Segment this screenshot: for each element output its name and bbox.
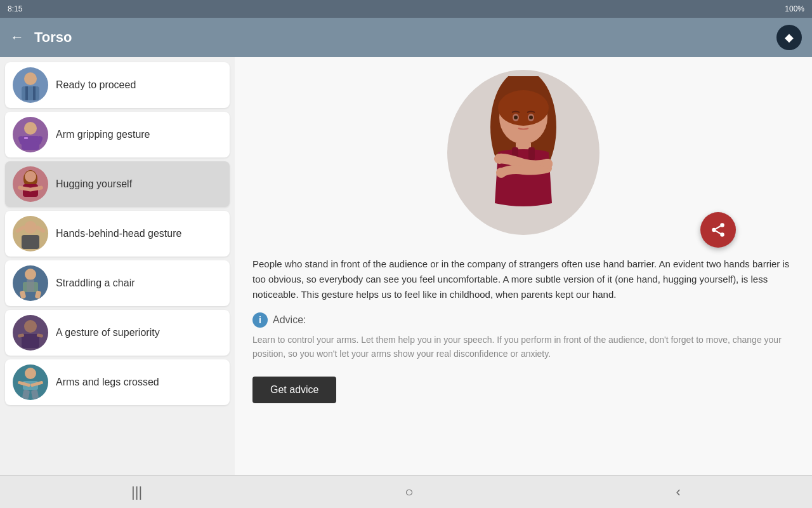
share-button[interactable] [700,212,736,248]
gem-button[interactable]: ◆ [776,25,802,50]
svg-rect-8 [24,137,28,139]
home-button[interactable]: ○ [384,479,433,505]
svg-rect-32 [22,389,30,399]
avatar [13,216,48,251]
svg-rect-33 [31,389,39,399]
svg-point-11 [25,171,36,182]
svg-point-0 [24,72,37,85]
status-time: 8:15 [8,4,22,13]
svg-point-45 [496,168,506,178]
sidebar-item-label: Arm gripping gesture [56,128,150,142]
svg-point-36 [498,90,549,126]
sidebar-item-label: Hands-behind-head gesture [56,227,181,241]
svg-rect-1 [22,86,39,100]
advice-icon: i [252,312,268,328]
sidebar-item-ready-to-proceed[interactable]: Ready to proceed [5,62,230,108]
advice-header: i Advice: [252,312,794,328]
sidebar-item-hugging-yourself[interactable]: Hugging yourself [5,161,230,207]
svg-rect-16 [22,235,39,249]
advice-section: i Advice: Learn to control your arms. Le… [235,312,812,371]
status-battery: 100% [785,4,804,13]
svg-line-50 [716,226,720,229]
figure-container [235,57,812,241]
svg-point-47 [712,228,716,232]
svg-point-46 [720,223,724,227]
sidebar-item-superiority[interactable]: A gesture of superiority [5,310,230,356]
avatar [13,67,48,103]
svg-point-48 [720,232,724,237]
character-svg [460,76,587,229]
svg-rect-2 [25,86,28,100]
svg-point-40 [529,116,533,119]
get-advice-button[interactable]: Get advice [252,377,336,403]
avatar [13,166,48,202]
svg-rect-21 [27,279,34,292]
svg-point-19 [25,269,36,280]
avatar [13,265,48,301]
avatar [13,315,48,351]
page-title: Torso [34,29,776,46]
sidebar: Ready to proceed Arm gripping gesture [0,57,235,475]
back-nav-button[interactable]: ‹ [656,479,701,505]
bottom-nav: ||| ○ ‹ [0,475,812,508]
sidebar-item-straddling-chair[interactable]: Straddling a chair [5,260,230,306]
svg-rect-43 [528,147,535,160]
figure-illustration [447,70,599,235]
avatar [13,364,48,400]
svg-point-44 [542,159,553,169]
svg-point-28 [25,368,36,379]
svg-rect-17 [15,225,26,233]
description-text: People who stand in front of the audienc… [235,241,812,312]
svg-point-15 [24,221,37,234]
sidebar-item-label: Hugging yourself [56,178,132,191]
sidebar-item-hands-behind-head[interactable]: Hands-behind-head gesture [5,211,230,257]
advice-text: Learn to control your arms. Let them hel… [252,333,794,361]
svg-rect-18 [36,225,46,233]
svg-point-24 [24,320,37,333]
svg-rect-25 [22,334,39,348]
avatar [13,117,48,152]
main-content: Ready to proceed Arm gripping gesture [0,57,812,475]
svg-point-4 [24,122,37,135]
status-bar: 8:15 100% [0,0,812,18]
sidebar-item-arm-gripping[interactable]: Arm gripping gesture [5,112,230,157]
advice-label: Advice: [273,314,306,326]
sidebar-item-label: A gesture of superiority [56,326,160,340]
sidebar-item-label: Arms and legs crossed [56,376,159,389]
menu-button[interactable]: ||| [111,479,162,505]
nav-bar: ← Torso ◆ [0,18,812,57]
svg-rect-3 [33,86,36,100]
sidebar-item-label: Straddling a chair [56,277,135,290]
sidebar-item-arms-legs-crossed[interactable]: Arms and legs crossed [5,359,230,405]
svg-point-39 [514,116,518,119]
share-icon [710,222,726,238]
svg-line-49 [716,231,720,234]
gem-icon: ◆ [785,30,794,44]
back-button[interactable]: ← [10,29,24,46]
sidebar-item-label: Ready to proceed [56,79,136,92]
content-area: People who stand in front of the audienc… [235,57,812,475]
